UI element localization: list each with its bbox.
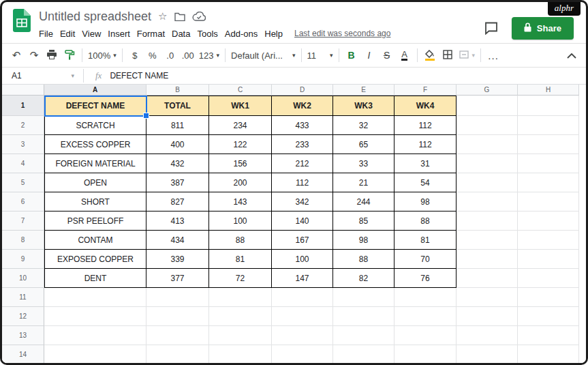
cell-G7[interactable] bbox=[457, 211, 518, 231]
menu-file[interactable]: File bbox=[35, 27, 57, 40]
cell-B1[interactable]: TOTAL bbox=[146, 96, 209, 116]
cell-E7[interactable]: 85 bbox=[333, 211, 394, 231]
cell-A8[interactable]: CONTAM bbox=[44, 231, 146, 250]
cell-C14[interactable] bbox=[209, 345, 272, 363]
cell-H6[interactable] bbox=[518, 192, 579, 211]
cell-C11[interactable] bbox=[209, 288, 272, 307]
name-box[interactable]: A1 ▾ bbox=[2, 71, 80, 81]
cell-E10[interactable]: 82 bbox=[333, 269, 394, 288]
col-header-H[interactable]: H bbox=[518, 85, 579, 96]
cell-G6[interactable] bbox=[457, 192, 518, 211]
cell-A6[interactable]: SHORT bbox=[44, 192, 146, 211]
row-header-8[interactable]: 8 bbox=[2, 231, 44, 250]
cell-E14[interactable] bbox=[333, 345, 394, 363]
cell-C4[interactable]: 156 bbox=[209, 154, 272, 173]
col-header-F[interactable]: F bbox=[394, 85, 457, 96]
format-currency-button[interactable]: $ bbox=[126, 47, 144, 63]
cell-C8[interactable]: 88 bbox=[209, 231, 272, 250]
fill-handle[interactable] bbox=[143, 113, 149, 119]
font-select[interactable]: Default (Ari...▾ bbox=[229, 47, 298, 63]
cell-H4[interactable] bbox=[518, 154, 579, 173]
cell-C6[interactable]: 143 bbox=[209, 192, 272, 211]
cell-B8[interactable]: 434 bbox=[146, 231, 209, 250]
cell-E9[interactable]: 88 bbox=[333, 250, 394, 269]
cell-F8[interactable]: 81 bbox=[394, 231, 457, 250]
collapse-toolbar-button[interactable] bbox=[563, 47, 581, 63]
cell-D11[interactable] bbox=[272, 288, 333, 307]
redo-button[interactable]: ↷ bbox=[25, 47, 43, 63]
cell-B13[interactable] bbox=[146, 326, 209, 345]
cell-H11[interactable] bbox=[518, 288, 579, 307]
row-header-14[interactable]: 14 bbox=[2, 345, 44, 363]
cell-D12[interactable] bbox=[272, 307, 333, 326]
cell-C3[interactable]: 122 bbox=[209, 135, 272, 154]
row-header-5[interactable]: 5 bbox=[2, 173, 44, 192]
col-header-B[interactable]: B bbox=[146, 85, 209, 96]
cell-B12[interactable] bbox=[146, 307, 209, 326]
cell-E13[interactable] bbox=[333, 326, 394, 345]
cell-F11[interactable] bbox=[394, 288, 457, 307]
row-header-11[interactable]: 11 bbox=[2, 288, 44, 307]
col-header-A[interactable]: A bbox=[44, 85, 146, 96]
cell-E12[interactable] bbox=[333, 307, 394, 326]
col-header-C[interactable]: C bbox=[209, 85, 272, 96]
cell-E3[interactable]: 65 bbox=[333, 135, 394, 154]
cell-B11[interactable] bbox=[146, 288, 209, 307]
cell-E8[interactable]: 98 bbox=[333, 231, 394, 250]
menu-edit[interactable]: Edit bbox=[57, 27, 78, 40]
paint-format-button[interactable] bbox=[61, 47, 78, 63]
cell-F13[interactable] bbox=[394, 326, 457, 345]
cell-G13[interactable] bbox=[457, 326, 518, 345]
undo-button[interactable]: ↶ bbox=[7, 47, 25, 63]
cell-H8[interactable] bbox=[518, 231, 579, 250]
menu-view[interactable]: View bbox=[78, 27, 104, 40]
cell-F14[interactable] bbox=[394, 345, 457, 363]
formula-input[interactable]: DEFECT NAME bbox=[110, 71, 586, 81]
cell-D7[interactable]: 140 bbox=[272, 211, 333, 231]
cell-C9[interactable]: 81 bbox=[209, 250, 272, 269]
cell-F7[interactable]: 88 bbox=[394, 211, 457, 231]
print-button[interactable] bbox=[43, 47, 61, 63]
cell-B10[interactable]: 377 bbox=[146, 269, 209, 288]
cell-F9[interactable]: 70 bbox=[394, 250, 457, 269]
row-header-7[interactable]: 7 bbox=[2, 211, 44, 231]
cell-H13[interactable] bbox=[518, 326, 579, 345]
menu-insert[interactable]: Insert bbox=[104, 27, 134, 40]
cell-B2[interactable]: 811 bbox=[146, 116, 209, 135]
cell-E4[interactable]: 33 bbox=[333, 154, 394, 173]
cell-A2[interactable]: SCRATCH bbox=[44, 116, 146, 135]
cell-B14[interactable] bbox=[146, 345, 209, 363]
share-button[interactable]: Share bbox=[512, 17, 574, 40]
cell-D10[interactable]: 147 bbox=[272, 269, 333, 288]
cell-D9[interactable]: 100 bbox=[272, 250, 333, 269]
cell-H14[interactable] bbox=[518, 345, 579, 363]
cell-A14[interactable] bbox=[44, 345, 146, 363]
col-header-G[interactable]: G bbox=[457, 85, 518, 96]
cell-D3[interactable]: 233 bbox=[272, 135, 333, 154]
col-header-E[interactable]: E bbox=[333, 85, 394, 96]
document-title[interactable]: Untitled spreadsheet bbox=[39, 10, 151, 24]
cell-H2[interactable] bbox=[518, 116, 579, 135]
cell-E2[interactable]: 32 bbox=[333, 116, 394, 135]
menu-add-ons[interactable]: Add-ons bbox=[221, 27, 261, 40]
bold-button[interactable]: B bbox=[343, 47, 360, 63]
cell-B4[interactable]: 432 bbox=[146, 154, 209, 173]
cell-F5[interactable]: 54 bbox=[394, 173, 457, 192]
cell-H10[interactable] bbox=[518, 269, 579, 288]
cell-H7[interactable] bbox=[518, 211, 579, 231]
cell-C12[interactable] bbox=[209, 307, 272, 326]
menu-format[interactable]: Format bbox=[134, 27, 168, 40]
star-icon[interactable]: ☆ bbox=[158, 10, 167, 23]
cell-G3[interactable] bbox=[457, 135, 518, 154]
cell-D4[interactable]: 212 bbox=[272, 154, 333, 173]
last-edit-link[interactable]: Last edit was seconds ago bbox=[294, 29, 390, 38]
cell-C10[interactable]: 72 bbox=[209, 269, 272, 288]
cell-D13[interactable] bbox=[272, 326, 333, 345]
cell-A9[interactable]: EXPOSED COPPER bbox=[44, 250, 146, 269]
cell-G8[interactable] bbox=[457, 231, 518, 250]
cell-D1[interactable]: WK2 bbox=[272, 96, 333, 116]
cell-A1[interactable]: DEFECT NAME bbox=[44, 96, 146, 116]
row-header-1[interactable]: 1 bbox=[2, 96, 44, 116]
cell-D6[interactable]: 342 bbox=[272, 192, 333, 211]
cell-A3[interactable]: EXCESS COPPER bbox=[44, 135, 146, 154]
